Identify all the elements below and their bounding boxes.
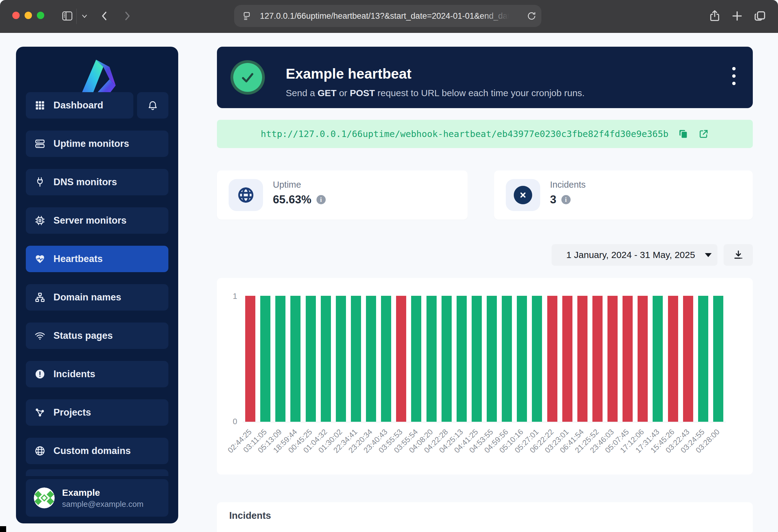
chart-bar[interactable]	[306, 296, 316, 422]
sidebar-nav: Dashboard Uptime monitors	[26, 92, 168, 464]
chart-bar[interactable]	[698, 296, 708, 422]
incidents-section-card: Incidents	[217, 502, 753, 532]
sidebar-item-projects[interactable]: Projects	[26, 399, 168, 426]
incidents-section-heading: Incidents	[229, 510, 271, 521]
sidebar-item-status-pages[interactable]: Status pages	[26, 323, 168, 349]
chart-bar[interactable]	[426, 296, 437, 422]
chart-bar[interactable]	[487, 296, 497, 422]
chart-plot-area: 02:44:2503:11:0505:13:0918:59:4400:45:25…	[243, 296, 726, 422]
sidebar-item-label: Server monitors	[54, 215, 127, 226]
chart-bar[interactable]	[336, 296, 346, 422]
sidebar-item-label: Incidents	[54, 369, 95, 380]
chart-bar[interactable]	[275, 296, 286, 422]
nav-row-dashboard: Dashboard	[26, 92, 168, 118]
chart-bar[interactable]	[577, 296, 588, 422]
chart-bar[interactable]	[411, 296, 421, 422]
wifi-icon	[34, 330, 46, 341]
incidents-value: 3	[550, 193, 556, 206]
chart-bar[interactable]	[260, 296, 270, 422]
uptime-icon-tile	[229, 179, 263, 211]
chart-bar[interactable]	[396, 296, 406, 422]
kebab-menu-icon[interactable]	[732, 67, 735, 85]
chart-bar[interactable]	[562, 296, 572, 422]
chart-bar[interactable]	[502, 296, 512, 422]
sidebar-item-heartbeats[interactable]: Heartbeats	[26, 246, 168, 272]
chart-bar[interactable]	[442, 296, 452, 422]
chart-bar[interactable]	[547, 296, 557, 422]
sidebar-item-dashboard[interactable]: Dashboard	[26, 92, 133, 118]
chart-bar[interactable]	[351, 296, 361, 422]
screenshot-corner-artifact	[0, 526, 6, 532]
sitemap-icon	[34, 292, 46, 303]
subtitle-post: POST	[350, 88, 375, 98]
chart-bar[interactable]	[321, 296, 331, 422]
chart-bar[interactable]	[668, 296, 678, 422]
sidebar-item-uptime-monitors[interactable]: Uptime monitors	[26, 130, 168, 157]
info-icon[interactable]: i	[316, 195, 326, 204]
chart-bar[interactable]	[532, 296, 542, 422]
chart-bar[interactable]	[638, 296, 648, 422]
subtitle-part: Send a	[286, 88, 317, 98]
sidebar-item-label: Dashboard	[54, 100, 103, 111]
status-up-badge	[230, 60, 265, 95]
chart-bar[interactable]	[457, 296, 467, 422]
chart-bar[interactable]	[623, 296, 633, 422]
webhook-url-text: http://127.0.0.1/66uptime/webhook-heartb…	[261, 129, 669, 139]
chart-bar[interactable]	[245, 296, 255, 422]
check-circle-icon	[233, 63, 262, 92]
sidebar-item-label: DNS monitors	[54, 177, 117, 188]
page-body: Dashboard Uptime monitors	[0, 33, 778, 532]
zoom-window-button[interactable]	[37, 12, 44, 19]
share-nodes-icon	[34, 407, 46, 418]
notifications-button[interactable]	[137, 92, 168, 118]
profile-card[interactable]: Example sample@example.com	[26, 479, 168, 517]
date-range-picker[interactable]: 1 January, 2024 - 31 May, 2025	[552, 244, 717, 266]
download-button[interactable]	[724, 244, 753, 266]
tab-overview-icon[interactable]	[753, 9, 767, 23]
copy-icon[interactable]	[678, 128, 689, 140]
x-axis-label: 03:28:00	[644, 426, 718, 435]
new-tab-icon[interactable]	[730, 9, 744, 23]
sidebar-item-partial[interactable]	[26, 469, 168, 476]
info-icon[interactable]: i	[561, 195, 570, 204]
chart-bar[interactable]	[683, 296, 693, 422]
chart-bar[interactable]	[366, 296, 376, 422]
toolbar-divider	[76, 9, 77, 24]
chart-bar[interactable]	[472, 296, 482, 422]
cpu-icon	[34, 215, 46, 226]
chart-bar[interactable]	[713, 296, 723, 422]
reload-icon[interactable]	[527, 11, 537, 21]
back-button-icon[interactable]	[99, 9, 110, 23]
forward-button-icon[interactable]	[122, 9, 133, 23]
heartbeat-chart-card: 1 0 02:44:2503:11:0505:13:0918:59:4400:4…	[217, 278, 753, 474]
chart-bar[interactable]	[290, 296, 301, 422]
chart-bar[interactable]	[608, 296, 618, 422]
sidebar-item-incidents[interactable]: Incidents	[26, 361, 168, 387]
share-icon[interactable]	[708, 9, 721, 23]
avatar	[34, 487, 55, 508]
sidebar-item-domain-names[interactable]: Domain names	[26, 284, 168, 311]
chart-bar[interactable]	[653, 296, 663, 422]
server-stack-icon	[34, 138, 46, 149]
external-link-icon[interactable]	[698, 128, 709, 140]
browser-toolbar: 127.0.0.1/66uptime/heartbeat/13?&start_d…	[0, 0, 778, 33]
chart-bar[interactable]	[593, 296, 603, 422]
uptime-value: 65.63%	[273, 193, 312, 206]
tab-group-chevron-icon[interactable]	[80, 13, 88, 20]
sidebar-item-custom-domains[interactable]: Custom domains	[26, 438, 168, 464]
chart-bar[interactable]	[517, 296, 527, 422]
sidebar-toggle-icon[interactable]	[61, 10, 74, 22]
globe-icon	[34, 445, 46, 456]
heart-pulse-icon	[34, 253, 46, 264]
chart-bar[interactable]	[381, 296, 391, 422]
screen: 127.0.0.1/66uptime/heartbeat/13?&start_d…	[0, 0, 778, 532]
chevron-down-icon	[705, 253, 712, 257]
sidebar-item-label: Projects	[54, 407, 91, 418]
close-window-button[interactable]	[12, 12, 20, 19]
address-bar[interactable]: 127.0.0.1/66uptime/heartbeat/13?&start_d…	[234, 5, 541, 27]
sidebar-item-label: Custom domains	[54, 445, 131, 456]
minimize-window-button[interactable]	[24, 12, 32, 19]
sidebar-item-server-monitors[interactable]: Server monitors	[26, 207, 168, 234]
sidebar-item-dns-monitors[interactable]: DNS monitors	[26, 169, 168, 195]
profile-name: Example	[62, 487, 144, 498]
